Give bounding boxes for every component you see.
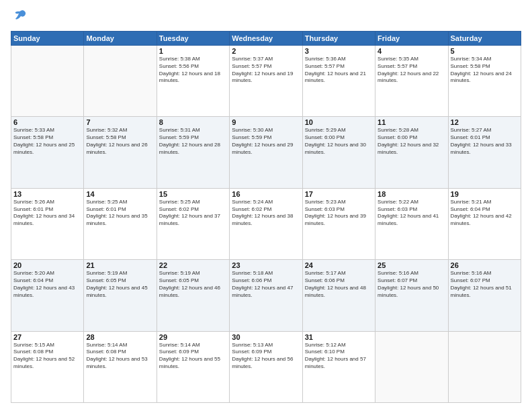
day-detail: Sunrise: 5:21 AM Sunset: 6:04 PM Dayligh… <box>451 199 519 228</box>
calendar-cell: 9Sunrise: 5:30 AM Sunset: 5:59 PM Daylig… <box>230 117 302 188</box>
calendar-cell: 15Sunrise: 5:25 AM Sunset: 6:02 PM Dayli… <box>157 188 229 259</box>
day-number: 4 <box>378 47 445 55</box>
calendar-cell: 14Sunrise: 5:25 AM Sunset: 6:01 PM Dayli… <box>84 188 157 259</box>
logo <box>11 8 28 26</box>
calendar-cell: 7Sunrise: 5:32 AM Sunset: 5:58 PM Daylig… <box>84 117 157 188</box>
day-detail: Sunrise: 5:19 AM Sunset: 6:05 PM Dayligh… <box>86 270 154 299</box>
day-number: 16 <box>232 190 300 198</box>
day-detail: Sunrise: 5:15 AM Sunset: 6:08 PM Dayligh… <box>13 342 81 371</box>
day-number: 12 <box>451 118 519 126</box>
calendar-cell: 26Sunrise: 5:16 AM Sunset: 6:07 PM Dayli… <box>448 260 521 331</box>
day-number: 17 <box>305 190 373 198</box>
day-number: 11 <box>378 118 445 126</box>
calendar-cell: 16Sunrise: 5:24 AM Sunset: 6:02 PM Dayli… <box>230 188 302 259</box>
calendar-cell <box>448 331 521 402</box>
day-detail: Sunrise: 5:16 AM Sunset: 6:07 PM Dayligh… <box>451 270 519 299</box>
day-detail: Sunrise: 5:12 AM Sunset: 6:10 PM Dayligh… <box>305 342 373 371</box>
calendar-cell: 1Sunrise: 5:38 AM Sunset: 5:56 PM Daylig… <box>157 46 229 117</box>
calendar-cell: 24Sunrise: 5:17 AM Sunset: 6:06 PM Dayli… <box>302 260 375 331</box>
calendar-cell: 8Sunrise: 5:31 AM Sunset: 5:59 PM Daylig… <box>157 117 229 188</box>
calendar-cell: 30Sunrise: 5:13 AM Sunset: 6:09 PM Dayli… <box>230 331 302 402</box>
calendar-cell: 27Sunrise: 5:15 AM Sunset: 6:08 PM Dayli… <box>11 331 84 402</box>
day-detail: Sunrise: 5:25 AM Sunset: 6:01 PM Dayligh… <box>86 199 154 228</box>
day-detail: Sunrise: 5:14 AM Sunset: 6:09 PM Dayligh… <box>159 342 227 371</box>
day-detail: Sunrise: 5:19 AM Sunset: 6:05 PM Dayligh… <box>159 270 227 299</box>
day-detail: Sunrise: 5:13 AM Sunset: 6:09 PM Dayligh… <box>232 342 300 371</box>
calendar-cell: 11Sunrise: 5:28 AM Sunset: 6:00 PM Dayli… <box>375 117 448 188</box>
day-number: 5 <box>451 47 519 55</box>
day-detail: Sunrise: 5:25 AM Sunset: 6:02 PM Dayligh… <box>159 199 227 228</box>
day-detail: Sunrise: 5:27 AM Sunset: 6:01 PM Dayligh… <box>451 127 519 156</box>
day-detail: Sunrise: 5:31 AM Sunset: 5:59 PM Dayligh… <box>159 127 227 156</box>
weekday-header-sunday: Sunday <box>11 32 84 46</box>
day-number: 15 <box>159 190 227 198</box>
day-number: 6 <box>13 118 81 126</box>
day-number: 14 <box>86 190 154 198</box>
calendar-cell: 25Sunrise: 5:16 AM Sunset: 6:07 PM Dayli… <box>375 260 448 331</box>
day-number: 21 <box>86 261 154 269</box>
logo-bird-icon <box>13 8 28 26</box>
week-row-1: 1Sunrise: 5:38 AM Sunset: 5:56 PM Daylig… <box>11 46 521 117</box>
day-number: 2 <box>232 47 300 55</box>
weekday-header-thursday: Thursday <box>302 32 375 46</box>
day-detail: Sunrise: 5:17 AM Sunset: 6:06 PM Dayligh… <box>305 270 373 299</box>
calendar-cell: 2Sunrise: 5:37 AM Sunset: 5:57 PM Daylig… <box>230 46 302 117</box>
calendar-cell: 17Sunrise: 5:23 AM Sunset: 6:03 PM Dayli… <box>302 188 375 259</box>
day-number: 26 <box>451 261 519 269</box>
weekday-header-saturday: Saturday <box>448 32 521 46</box>
day-number: 31 <box>305 333 373 341</box>
calendar-cell: 12Sunrise: 5:27 AM Sunset: 6:01 PM Dayli… <box>448 117 521 188</box>
calendar-cell: 4Sunrise: 5:35 AM Sunset: 5:57 PM Daylig… <box>375 46 448 117</box>
calendar-cell: 5Sunrise: 5:34 AM Sunset: 5:58 PM Daylig… <box>448 46 521 117</box>
day-number: 29 <box>159 333 227 341</box>
calendar-cell: 20Sunrise: 5:20 AM Sunset: 6:04 PM Dayli… <box>11 260 84 331</box>
day-detail: Sunrise: 5:29 AM Sunset: 6:00 PM Dayligh… <box>305 127 373 156</box>
week-row-3: 13Sunrise: 5:26 AM Sunset: 6:01 PM Dayli… <box>11 188 521 259</box>
day-detail: Sunrise: 5:33 AM Sunset: 5:58 PM Dayligh… <box>13 127 81 156</box>
calendar-cell: 29Sunrise: 5:14 AM Sunset: 6:09 PM Dayli… <box>157 331 229 402</box>
day-number: 1 <box>159 47 227 55</box>
day-number: 8 <box>159 118 227 126</box>
day-detail: Sunrise: 5:38 AM Sunset: 5:56 PM Dayligh… <box>159 56 227 85</box>
week-row-5: 27Sunrise: 5:15 AM Sunset: 6:08 PM Dayli… <box>11 331 521 402</box>
calendar-cell: 31Sunrise: 5:12 AM Sunset: 6:10 PM Dayli… <box>302 331 375 402</box>
day-detail: Sunrise: 5:36 AM Sunset: 5:57 PM Dayligh… <box>305 56 373 85</box>
day-number: 28 <box>86 333 154 341</box>
day-detail: Sunrise: 5:35 AM Sunset: 5:57 PM Dayligh… <box>378 56 445 85</box>
day-detail: Sunrise: 5:20 AM Sunset: 6:04 PM Dayligh… <box>13 270 81 299</box>
calendar-cell: 19Sunrise: 5:21 AM Sunset: 6:04 PM Dayli… <box>448 188 521 259</box>
day-number: 27 <box>13 333 81 341</box>
day-detail: Sunrise: 5:34 AM Sunset: 5:58 PM Dayligh… <box>451 56 519 85</box>
day-number: 25 <box>378 261 445 269</box>
header <box>11 8 521 26</box>
day-detail: Sunrise: 5:26 AM Sunset: 6:01 PM Dayligh… <box>13 199 81 228</box>
day-detail: Sunrise: 5:32 AM Sunset: 5:58 PM Dayligh… <box>86 127 154 156</box>
calendar-cell <box>11 46 84 117</box>
day-number: 23 <box>232 261 300 269</box>
week-row-4: 20Sunrise: 5:20 AM Sunset: 6:04 PM Dayli… <box>11 260 521 331</box>
day-number: 3 <box>305 47 373 55</box>
day-number: 30 <box>232 333 300 341</box>
day-detail: Sunrise: 5:23 AM Sunset: 6:03 PM Dayligh… <box>305 199 373 228</box>
day-number: 22 <box>159 261 227 269</box>
weekday-header-row: SundayMondayTuesdayWednesdayThursdayFrid… <box>11 32 521 46</box>
day-number: 19 <box>451 190 519 198</box>
calendar-cell: 18Sunrise: 5:22 AM Sunset: 6:03 PM Dayli… <box>375 188 448 259</box>
calendar-cell: 21Sunrise: 5:19 AM Sunset: 6:05 PM Dayli… <box>84 260 157 331</box>
weekday-header-monday: Monday <box>84 32 157 46</box>
day-number: 20 <box>13 261 81 269</box>
calendar-cell: 23Sunrise: 5:18 AM Sunset: 6:06 PM Dayli… <box>230 260 302 331</box>
weekday-header-tuesday: Tuesday <box>157 32 229 46</box>
calendar-cell <box>375 331 448 402</box>
calendar-cell <box>84 46 157 117</box>
calendar-cell: 28Sunrise: 5:14 AM Sunset: 6:08 PM Dayli… <box>84 331 157 402</box>
calendar-cell: 6Sunrise: 5:33 AM Sunset: 5:58 PM Daylig… <box>11 117 84 188</box>
weekday-header-wednesday: Wednesday <box>230 32 302 46</box>
day-detail: Sunrise: 5:22 AM Sunset: 6:03 PM Dayligh… <box>378 199 445 228</box>
calendar-table: SundayMondayTuesdayWednesdayThursdayFrid… <box>11 31 521 403</box>
day-detail: Sunrise: 5:30 AM Sunset: 5:59 PM Dayligh… <box>232 127 300 156</box>
day-number: 24 <box>305 261 373 269</box>
day-detail: Sunrise: 5:24 AM Sunset: 6:02 PM Dayligh… <box>232 199 300 228</box>
calendar-cell: 13Sunrise: 5:26 AM Sunset: 6:01 PM Dayli… <box>11 188 84 259</box>
day-detail: Sunrise: 5:14 AM Sunset: 6:08 PM Dayligh… <box>86 342 154 371</box>
